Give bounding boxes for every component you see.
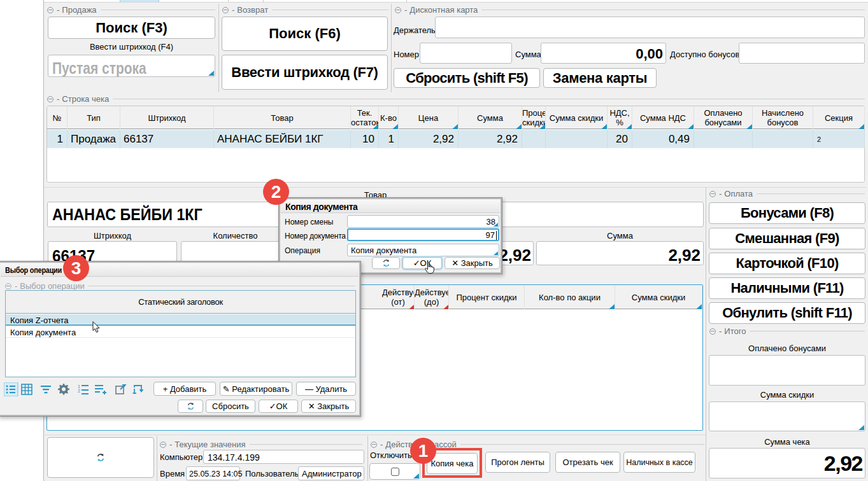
svg-text:2: 2 xyxy=(78,389,80,393)
svg-text:1: 1 xyxy=(78,384,80,389)
